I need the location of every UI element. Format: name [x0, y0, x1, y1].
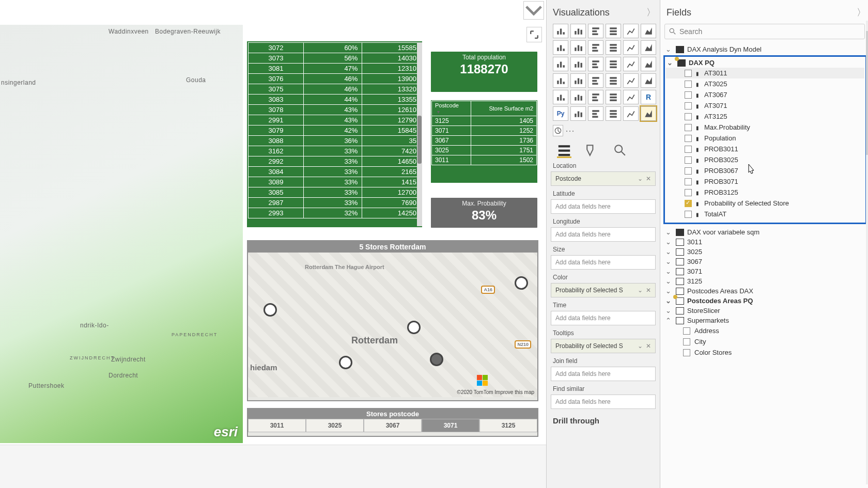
- field-checkbox[interactable]: [685, 102, 692, 109]
- stores-map-visual[interactable]: 5 Stores Rotterdam Rotterdam The Hague A…: [247, 240, 538, 401]
- field-checkbox[interactable]: [685, 178, 692, 185]
- col-header-surface[interactable]: Store Surface m2: [471, 101, 536, 116]
- choropleth-map[interactable]: Waddinxveen Bodegraven-Reeuwijk nsingerl…: [0, 25, 243, 443]
- table-3011[interactable]: ⌄3011: [664, 237, 866, 247]
- store-pin[interactable]: [264, 303, 277, 317]
- table-3071[interactable]: ⌄3071: [664, 266, 866, 276]
- viz-type-icon[interactable]: [588, 73, 603, 88]
- expand-icon[interactable]: [526, 27, 542, 42]
- table-row[interactable]: 299143%12790: [249, 115, 421, 125]
- table-row[interactable]: 307646%13900: [249, 74, 421, 84]
- remove-field-icon[interactable]: ✕: [646, 342, 651, 350]
- postcode-probability-table[interactable]: 307260%15585307356%14030308147%123103076…: [247, 41, 422, 227]
- table-row[interactable]: 30711252: [432, 126, 537, 136]
- format-tab-icon[interactable]: [585, 144, 599, 158]
- table-3125[interactable]: ⌄3125: [664, 276, 866, 286]
- viz-type-icon[interactable]: [623, 40, 639, 55]
- viz-type-icon[interactable]: [588, 90, 603, 104]
- table-row[interactable]: 307942%15845: [249, 125, 421, 136]
- slicer-option[interactable]: 3067: [364, 419, 422, 432]
- field-checkbox[interactable]: [685, 81, 692, 88]
- viz-type-icon[interactable]: [623, 73, 639, 88]
- viz-type-icon[interactable]: [606, 73, 621, 88]
- viz-type-icon[interactable]: [570, 57, 586, 71]
- field-checkbox[interactable]: [685, 113, 692, 120]
- viz-type-icon[interactable]: [553, 57, 568, 71]
- field-item[interactable]: PROB3067: [666, 165, 864, 176]
- collapse-pane-icon[interactable]: 〉: [646, 6, 656, 19]
- table-row[interactable]: 308836%35: [249, 136, 421, 146]
- table-dax-analysis[interactable]: ⌄DAX Analysis Dyn Model: [664, 44, 866, 54]
- viz-type-icon[interactable]: [641, 40, 656, 55]
- well-tooltips[interactable]: Probability of Selected S ⌄✕: [551, 339, 656, 353]
- field-item[interactable]: PROB3011: [666, 144, 864, 154]
- table-row[interactable]: 299233%14650: [249, 156, 421, 167]
- table-row[interactable]: 30671736: [432, 136, 537, 146]
- field-item[interactable]: AT3025: [666, 78, 864, 89]
- viz-type-icon[interactable]: [623, 90, 639, 104]
- viz-type-icon[interactable]: [623, 57, 639, 71]
- table-row[interactable]: 307260%15585: [249, 43, 421, 53]
- viz-type-icon[interactable]: [606, 24, 621, 38]
- viz-type-icon[interactable]: [588, 57, 603, 71]
- viz-type-icon[interactable]: [553, 73, 568, 88]
- remove-field-icon[interactable]: ✕: [646, 175, 651, 182]
- store-pin[interactable]: [407, 321, 421, 334]
- field-item[interactable]: AT3011: [666, 68, 864, 78]
- viz-type-icon[interactable]: [641, 24, 656, 38]
- field-item[interactable]: Probability of Selected Store: [666, 198, 864, 209]
- viz-type-icon[interactable]: [623, 24, 639, 38]
- slicer-option[interactable]: 3125: [479, 419, 537, 432]
- table-3067[interactable]: ⌄3067: [664, 257, 866, 266]
- viz-type-icon[interactable]: [623, 106, 639, 121]
- well-time[interactable]: Add data fields here: [551, 311, 656, 325]
- slicer-option[interactable]: 3071: [422, 419, 479, 432]
- field-item[interactable]: City: [664, 336, 866, 347]
- viz-type-icon[interactable]: [553, 24, 568, 38]
- table-dax-pq[interactable]: ⌄ DAX PQ: [666, 58, 864, 68]
- field-checkbox[interactable]: [685, 135, 692, 142]
- field-item[interactable]: Color Stores: [664, 347, 866, 358]
- viz-type-icon[interactable]: [588, 40, 603, 55]
- page-dropdown-button[interactable]: [523, 1, 544, 20]
- remove-field-icon[interactable]: ✕: [646, 287, 651, 294]
- table-scrollbar[interactable]: [417, 42, 422, 226]
- field-item[interactable]: PROB3071: [666, 176, 864, 187]
- col-header-postcode[interactable]: Postcode: [432, 101, 471, 116]
- field-checkbox[interactable]: [685, 91, 692, 99]
- viz-type-icon[interactable]: [606, 40, 621, 55]
- viz-type-icon[interactable]: [588, 24, 603, 38]
- field-checkbox[interactable]: [683, 327, 690, 335]
- fields-scrollbar[interactable]: [866, 21, 868, 484]
- field-checkbox[interactable]: [685, 200, 692, 207]
- well-findsimilar[interactable]: Add data fields here: [551, 395, 656, 409]
- collapse-pane-icon[interactable]: 〉: [857, 6, 866, 19]
- well-join[interactable]: Add data fields here: [551, 367, 656, 381]
- viz-type-icon[interactable]: [588, 106, 603, 121]
- more-options-icon[interactable]: ⋯: [565, 125, 575, 136]
- chevron-down-icon[interactable]: ⌄: [638, 175, 643, 182]
- well-latitude[interactable]: Add data fields here: [551, 199, 656, 214]
- table-postcodes-areas-dax[interactable]: ⌄Postcodes Areas DAX: [664, 286, 866, 296]
- store-surface-table[interactable]: Postcode Store Surface m2 31251405307112…: [431, 100, 537, 183]
- viz-type-icon[interactable]: [641, 73, 656, 88]
- stores-postcode-slicer[interactable]: Stores postcode 30113025306730713125: [247, 408, 538, 437]
- table-row[interactable]: 298733%7690: [249, 198, 421, 208]
- field-checkbox[interactable]: [683, 338, 690, 345]
- field-checkbox[interactable]: [685, 211, 692, 218]
- table-row[interactable]: 316233%7420: [249, 146, 421, 156]
- slicer-option[interactable]: 3011: [248, 419, 306, 432]
- viz-type-icon[interactable]: [553, 90, 568, 104]
- chevron-down-icon[interactable]: ⌄: [638, 287, 643, 294]
- table-postcodes-areas-pq[interactable]: ⌄Postcodes Areas PQ: [664, 296, 866, 306]
- store-pin[interactable]: [339, 356, 352, 369]
- table-row[interactable]: 30111502: [432, 155, 537, 165]
- field-checkbox[interactable]: [685, 124, 692, 131]
- field-checkbox[interactable]: [685, 156, 692, 164]
- field-item[interactable]: PROB3025: [666, 154, 864, 165]
- field-checkbox[interactable]: [683, 349, 690, 356]
- analytics-tab-icon[interactable]: [613, 144, 627, 158]
- table-row[interactable]: 299332%14250: [249, 208, 421, 218]
- table-dax-var-sqm[interactable]: ⌄DAX voor variabele sqm: [664, 227, 866, 237]
- field-item[interactable]: AT3067: [666, 89, 864, 100]
